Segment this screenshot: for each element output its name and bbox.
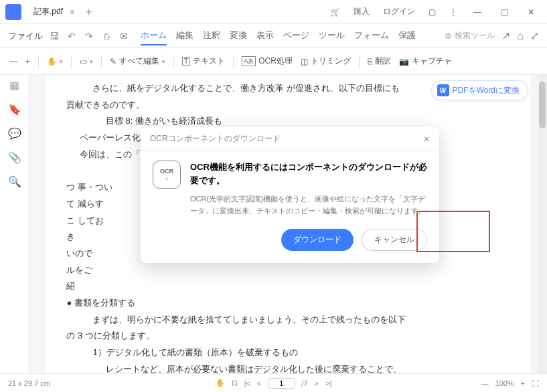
zoom-level: 100% [495, 379, 514, 387]
prev-page-icon[interactable]: < [257, 379, 261, 387]
download-button[interactable]: ダウンロード [281, 229, 354, 251]
dialog-heading: OCR機能を利用するにはコンポーネントのダウンロードが必要です。 [190, 161, 427, 187]
first-page-icon[interactable]: |< [244, 379, 250, 387]
page-input[interactable] [268, 378, 295, 389]
dialog-title: OCRコンポーネントのダウンロード [150, 133, 281, 144]
next-page-icon[interactable]: > [315, 379, 319, 387]
dialog-close-icon[interactable]: ✕ [423, 134, 430, 144]
last-page-icon[interactable]: >| [325, 379, 331, 387]
fullscreen-icon[interactable]: ⛶ [532, 379, 539, 387]
ocr-badge-icon: OCR↓ [153, 161, 181, 189]
hand-mode-icon[interactable]: ✋ [216, 379, 225, 387]
zoom-in-icon[interactable]: + [521, 379, 525, 387]
dialog-description: OCR(光学的文字認識)機能を使うと、画像や絵になった文字を「文字データ」に変換… [190, 193, 427, 217]
page-size: 21 x 29.7 cm [8, 379, 50, 387]
page-total: /7 [301, 379, 307, 387]
ocr-download-dialog: OCRコンポーネントのダウンロード ✕ OCR↓ OCR機能を利用するにはコンポ… [141, 127, 439, 263]
cancel-button[interactable]: キャンセル [362, 229, 427, 251]
fit-icon[interactable]: ⊡ [232, 379, 238, 387]
zoom-out-icon[interactable]: — [481, 379, 488, 387]
